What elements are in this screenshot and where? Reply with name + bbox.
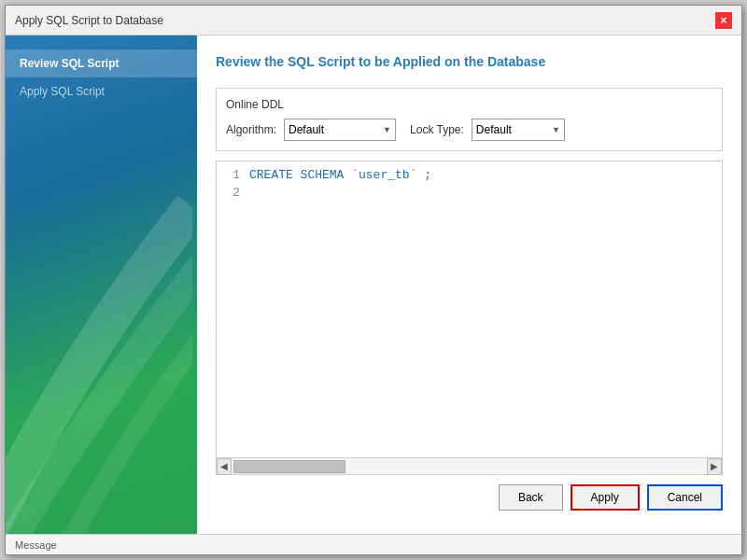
main-content: Review the SQL Script to be Applied on t… [197, 35, 741, 534]
code-line-2: 2 [217, 184, 722, 202]
dialog: Apply SQL Script to Database × Review SQ… [5, 5, 742, 555]
sidebar-item-review-label: Review SQL Script [20, 57, 119, 70]
line-code-1: CREATE SCHEMA `user_tb` ; [249, 168, 431, 182]
dialog-body: Review SQL Script Apply SQL Script Revie… [6, 35, 741, 534]
algorithm-select-wrapper: Default INPLACE COPY [284, 119, 396, 141]
title-bar: Apply SQL Script to Database × [6, 6, 741, 35]
apply-button[interactable]: Apply [571, 484, 640, 511]
scroll-thumb[interactable] [233, 460, 345, 473]
locktype-field: Lock Type: Default NONE SHARED EXCLUSIVE [410, 119, 565, 141]
sidebar: Review SQL Script Apply SQL Script [6, 35, 197, 534]
code-line-1: 1 CREATE SCHEMA `user_tb` ; [217, 166, 722, 184]
main-title: Review the SQL Script to be Applied on t… [216, 54, 723, 69]
dialog-title: Apply SQL Script to Database [15, 14, 163, 27]
sidebar-item-apply[interactable]: Apply SQL Script [6, 77, 197, 105]
locktype-select[interactable]: Default NONE SHARED EXCLUSIVE [472, 119, 565, 141]
code-area[interactable]: 1 CREATE SCHEMA `user_tb` ; 2 [216, 161, 723, 458]
locktype-label: Lock Type: [410, 123, 464, 136]
footer: Back Apply Cancel [216, 475, 723, 515]
back-button[interactable]: Back [499, 484, 563, 511]
line-number-2: 2 [217, 186, 249, 200]
message-bar: Message [6, 534, 741, 554]
locktype-select-wrapper: Default NONE SHARED EXCLUSIVE [472, 119, 565, 141]
close-button[interactable]: × [715, 12, 732, 29]
ddl-section: Online DDL Algorithm: Default INPLACE CO… [216, 88, 723, 151]
ddl-label: Online DDL [226, 98, 712, 111]
horizontal-scrollbar: ◀ ▶ [216, 458, 723, 475]
algorithm-field: Algorithm: Default INPLACE COPY [226, 119, 396, 141]
line-number-1: 1 [217, 168, 249, 182]
algorithm-label: Algorithm: [226, 123, 276, 136]
scroll-left-arrow[interactable]: ◀ [217, 458, 232, 475]
message-label: Message [15, 539, 57, 551]
algorithm-select[interactable]: Default INPLACE COPY [284, 119, 396, 141]
sidebar-item-apply-label: Apply SQL Script [20, 85, 105, 98]
sidebar-item-review[interactable]: Review SQL Script [6, 49, 197, 77]
cancel-button[interactable]: Cancel [647, 484, 723, 511]
scroll-right-arrow[interactable]: ▶ [707, 458, 722, 475]
ddl-row: Algorithm: Default INPLACE COPY Lock Typ… [226, 119, 712, 141]
